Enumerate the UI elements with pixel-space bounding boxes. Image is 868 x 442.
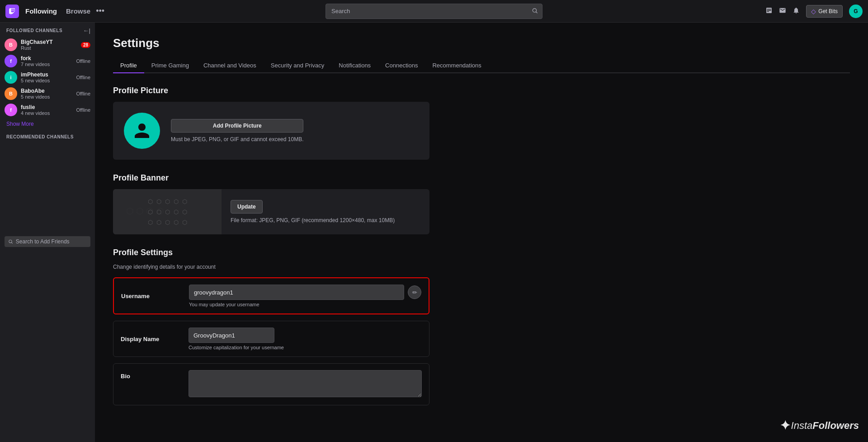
channel-status-baboabe: Offline <box>76 91 90 96</box>
tab-recommendations[interactable]: Recommendations <box>425 58 488 73</box>
search-bar <box>326 4 542 19</box>
recommended-channels-title: RECOMMENDED CHANNELS <box>0 130 95 142</box>
topnav: Following Browse ••• ◇ Get Bits G <box>0 0 868 23</box>
channel-name-fuslie: fuslie <box>21 104 72 110</box>
sidebar-item-fork[interactable]: f fork 7 new videos Offline <box>0 53 95 69</box>
username-hint: You may update your username <box>189 302 421 307</box>
sidebar-item-bigchaseyt[interactable]: B BigChaseYT Rust 28 <box>0 37 95 53</box>
search-friends-input[interactable] <box>16 238 87 245</box>
username-edit-button[interactable]: ✏ <box>408 285 421 299</box>
channel-status-fuslie: Offline <box>76 107 90 113</box>
channel-status-fork: Offline <box>76 58 90 64</box>
followed-channels-header: FOLLOWED CHANNELS ←| <box>0 23 95 37</box>
profile-picture-actions: Add Profile Picture Must be JPEG, PNG, o… <box>171 119 303 143</box>
sidebar-item-impheetus[interactable]: i imPheetus 5 new videos Offline <box>0 69 95 86</box>
bio-field-row: Bio <box>113 363 429 405</box>
channel-sub-fork: 7 new videos <box>21 62 72 67</box>
channel-avatar-fuslie: f <box>5 104 17 116</box>
profile-picture-hint: Must be JPEG, PNG, or GIF and cannot exc… <box>171 136 303 143</box>
profile-settings-section: Profile Settings Change identifying deta… <box>113 248 850 405</box>
add-profile-picture-button[interactable]: Add Profile Picture <box>171 119 303 133</box>
bio-input[interactable] <box>189 370 422 397</box>
tab-security-privacy[interactable]: Security and Privacy <box>264 58 332 73</box>
channel-avatar-fork: f <box>5 55 17 67</box>
get-bits-label: Get Bits <box>818 8 838 14</box>
display-name-field-row: Display Name Customize capitalization fo… <box>113 321 429 357</box>
twitch-logo[interactable] <box>5 5 19 18</box>
username-label: Username <box>121 293 180 299</box>
user-avatar[interactable]: G <box>849 5 863 18</box>
profile-settings-desc: Change identifying details for your acco… <box>113 264 850 270</box>
tab-channel-videos[interactable]: Channel and Videos <box>196 58 264 73</box>
channel-game-bigchaseyt: Rust <box>21 45 77 51</box>
channel-sub-baboabe: 5 new videos <box>21 94 72 100</box>
settings-page-title: Settings <box>113 36 850 50</box>
profile-picture-section: Profile Picture Add Profile Picture Must… <box>113 86 850 160</box>
inbox-icon[interactable] <box>765 7 773 16</box>
tab-connections[interactable]: Connections <box>378 58 425 73</box>
channel-name-fork: fork <box>21 55 72 62</box>
channel-name-baboabe: BaboAbe <box>21 88 72 94</box>
bits-diamond-icon: ◇ <box>811 8 816 15</box>
channel-avatar-impheetus: i <box>5 71 17 84</box>
sidebar-item-fuslie[interactable]: f fuslie 4 new videos Offline <box>0 102 95 118</box>
sidebar-collapse-button[interactable]: ←| <box>83 27 90 34</box>
main-area: FOLLOWED CHANNELS ←| B BigChaseYT Rust 2… <box>0 23 868 442</box>
notifications-icon[interactable] <box>793 7 800 16</box>
profile-settings-title: Profile Settings <box>113 248 850 257</box>
sidebar-item-baboabe[interactable]: B BaboAbe 5 new videos Offline <box>0 86 95 102</box>
channel-sub-impheetus: 5 new videos <box>21 78 72 83</box>
profile-banner-section: Profile Banner ⬡⬡⬡⬡⬡ ⬡⬡⬡⬡⬡ ⬡⬡⬡⬡⬡ ⬡ ⬡ ⬡ ⬡… <box>113 173 850 234</box>
recommended-channels-area <box>0 142 95 233</box>
profile-banner-actions: Update File format: JPEG, PNG, GIF (reco… <box>222 189 404 234</box>
tab-profile[interactable]: Profile <box>113 58 144 73</box>
tab-prime-gaming[interactable]: Prime Gaming <box>144 58 196 73</box>
profile-picture-card: Add Profile Picture Must be JPEG, PNG, o… <box>113 102 429 160</box>
channel-badge-bigchaseyt: 28 <box>81 42 90 48</box>
username-field-row: Username ✏ You may update your username <box>113 277 429 314</box>
channel-sub-fuslie: 4 new videos <box>21 110 72 116</box>
display-name-input[interactable] <box>189 328 274 343</box>
following-nav[interactable]: Following <box>25 7 57 15</box>
mail-icon[interactable] <box>779 7 786 16</box>
channel-status-impheetus: Offline <box>76 75 90 80</box>
search-friends-bar <box>5 236 90 247</box>
bio-label: Bio <box>121 370 179 380</box>
username-input[interactable] <box>189 285 404 300</box>
tab-notifications[interactable]: Notifications <box>331 58 378 73</box>
channel-avatar-bigchaseyt: B <box>5 38 17 51</box>
sidebar: FOLLOWED CHANNELS ←| B BigChaseYT Rust 2… <box>0 23 95 442</box>
followed-channels-title: FOLLOWED CHANNELS <box>6 28 62 33</box>
get-bits-button[interactable]: ◇ Get Bits <box>806 5 843 18</box>
show-more-button[interactable]: Show More <box>0 118 95 130</box>
browse-nav[interactable]: Browse <box>66 7 90 15</box>
profile-banner-card: ⬡⬡⬡⬡⬡ ⬡⬡⬡⬡⬡ ⬡⬡⬡⬡⬡ ⬡ ⬡ ⬡ ⬡ Update File fo… <box>113 189 429 234</box>
profile-picture-title: Profile Picture <box>113 86 850 95</box>
profile-banner-preview: ⬡⬡⬡⬡⬡ ⬡⬡⬡⬡⬡ ⬡⬡⬡⬡⬡ ⬡ ⬡ ⬡ ⬡ <box>113 189 222 234</box>
channel-avatar-baboabe: B <box>5 87 17 100</box>
display-name-label: Display Name <box>121 336 179 342</box>
channel-name-impheetus: imPheetus <box>21 71 72 78</box>
display-name-hint: Customize capitalization for your userna… <box>189 345 422 350</box>
search-icon <box>532 7 538 15</box>
profile-banner-title: Profile Banner <box>113 173 850 183</box>
search-friends-icon <box>8 239 13 244</box>
more-nav-icon[interactable]: ••• <box>96 6 104 16</box>
banner-hint: File format: JPEG, PNG, GIF (recommended… <box>231 217 395 223</box>
profile-picture-avatar <box>124 113 160 149</box>
settings-main: Settings Profile Prime Gaming Channel an… <box>95 23 868 442</box>
update-banner-button[interactable]: Update <box>231 200 263 214</box>
topnav-right-actions: ◇ Get Bits G <box>765 5 863 18</box>
search-input[interactable] <box>326 4 542 19</box>
svg-text:⬡ ⬡ ⬡ ⬡: ⬡ ⬡ ⬡ ⬡ <box>126 206 164 216</box>
settings-tabs: Profile Prime Gaming Channel and Videos … <box>113 58 850 73</box>
channel-name-bigchaseyt: BigChaseYT <box>21 39 77 45</box>
